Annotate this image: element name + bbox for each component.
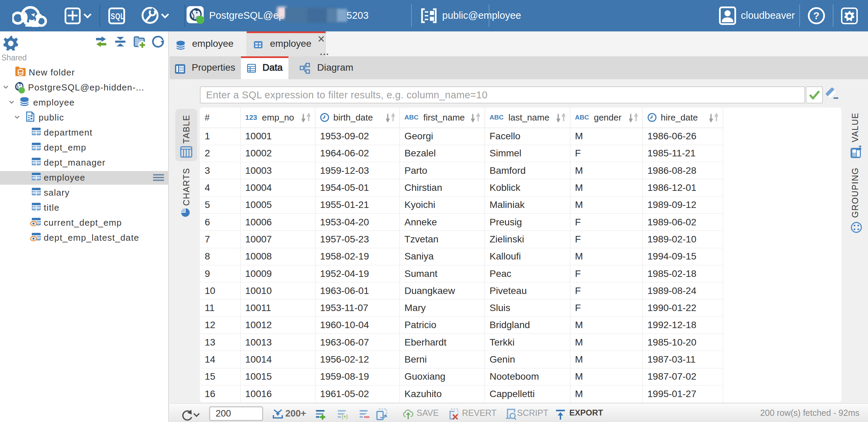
svg-text:?: ? — [813, 10, 819, 21]
svg-text:(+): (+) — [342, 414, 348, 419]
